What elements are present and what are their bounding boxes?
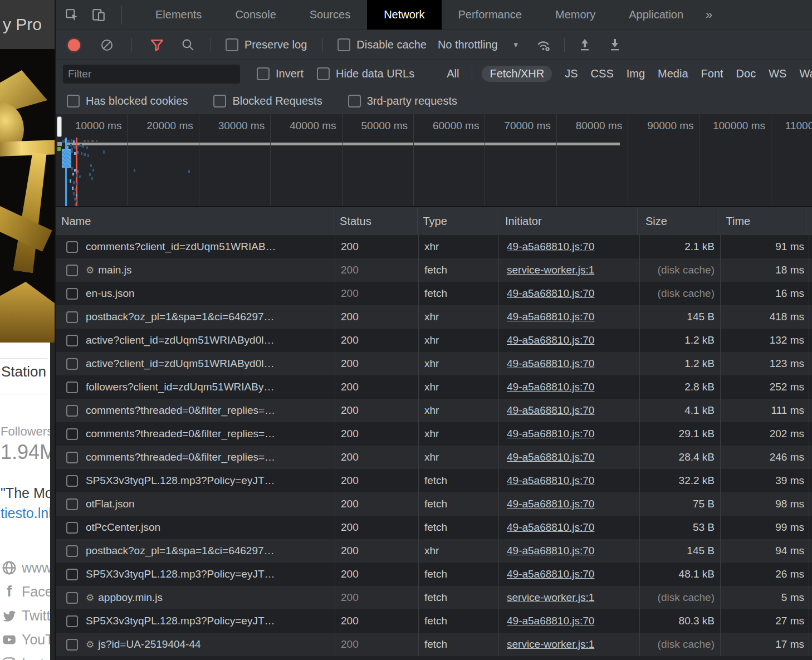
- request-initiator-link[interactable]: 49-a5a68810.js:70: [507, 404, 594, 417]
- table-row[interactable]: postback?oz_pl=1&spa=1&ci=646297…200xhr4…: [56, 305, 812, 329]
- row-checkbox[interactable]: [66, 382, 78, 393]
- column-header-name[interactable]: Name: [56, 207, 334, 235]
- request-initiator-link[interactable]: 49-a5a68810.js:70: [507, 521, 594, 534]
- type-filter-js[interactable]: JS: [565, 66, 578, 82]
- network-overview[interactable]: 10000 ms20000 ms30000 ms40000 ms50000 ms…: [56, 114, 812, 207]
- type-filter-font[interactable]: Font: [701, 66, 723, 82]
- has-blocked-cookies-checkbox[interactable]: Has blocked cookies: [67, 95, 188, 107]
- checkbox[interactable]: [257, 67, 270, 80]
- type-filter-all[interactable]: All: [447, 66, 459, 82]
- row-checkbox[interactable]: [66, 498, 78, 510]
- filter-input[interactable]: [63, 65, 240, 84]
- twitte-link[interactable]: Twitte: [0, 604, 58, 628]
- row-checkbox[interactable]: [66, 522, 78, 534]
- overview-window-bar[interactable]: [67, 143, 620, 145]
- tab-sources[interactable]: Sources: [293, 0, 367, 30]
- inspect-element-icon[interactable]: [65, 8, 79, 22]
- column-header-size[interactable]: Size: [637, 207, 718, 235]
- request-initiator-link[interactable]: 49-a5a68810.js:70: [507, 358, 594, 370]
- blocked-requests-checkbox[interactable]: Blocked Requests: [213, 95, 322, 107]
- row-checkbox[interactable]: [66, 545, 78, 557]
- row-checkbox[interactable]: [66, 288, 78, 300]
- tab-memory[interactable]: Memory: [539, 0, 612, 30]
- invert-checkbox[interactable]: Invert: [257, 67, 304, 80]
- request-initiator-link[interactable]: 49-a5a68810.js:70: [507, 241, 594, 253]
- request-initiator-link[interactable]: service-worker.js:1: [507, 591, 594, 604]
- column-header-type[interactable]: Type: [417, 207, 497, 235]
- tab-network[interactable]: Network: [367, 0, 441, 30]
- checkbox[interactable]: [317, 67, 330, 80]
- column-header-time[interactable]: Time: [718, 207, 806, 235]
- device-toolbar-icon[interactable]: [91, 8, 106, 22]
- table-row[interactable]: SP5X3v3tyqPL.128.mp3?Policy=eyJT…200fetc…: [56, 609, 812, 633]
- table-row[interactable]: comments?threaded=0&filter_replies=…200x…: [56, 399, 812, 422]
- request-initiator-link[interactable]: service-worker.js:1: [507, 638, 594, 651]
- clear-network-log-button[interactable]: [100, 38, 114, 52]
- table-row[interactable]: ⚙appboy.min.js200fetchservice-worker.js:…: [56, 586, 812, 609]
- request-initiator-link[interactable]: 49-a5a68810.js:70: [507, 381, 594, 393]
- request-initiator-link[interactable]: 49-a5a68810.js:70: [507, 545, 594, 557]
- checkbox[interactable]: [213, 95, 226, 107]
- disable-cache-checkbox[interactable]: Disable cache: [337, 38, 427, 51]
- table-row[interactable]: otPcCenter.json200fetch49-a5a68810.js:70…: [56, 516, 812, 539]
- table-row[interactable]: active?client_id=zdUqm51WRIAByd0l…200xhr…: [56, 329, 812, 352]
- type-filter-doc[interactable]: Doc: [736, 66, 756, 82]
- table-row[interactable]: followers?client_id=zdUqm51WRIABy…200xhr…: [56, 375, 812, 399]
- table-row[interactable]: otFlat.json200fetch49-a5a68810.js:7075 B…: [56, 492, 812, 516]
- row-checkbox[interactable]: [66, 241, 78, 253]
- tab-console[interactable]: Console: [218, 0, 292, 30]
- row-checkbox[interactable]: [66, 615, 78, 627]
- 3rd-party-requests-checkbox[interactable]: 3rd-party requests: [348, 95, 457, 107]
- row-checkbox[interactable]: [66, 569, 78, 580]
- table-row[interactable]: en-us.json200fetch49-a5a68810.js:70(disk…: [56, 282, 812, 305]
- table-row[interactable]: comments?client_id=zdUqm51WRIAB…200xhr49…: [56, 235, 812, 258]
- type-filter-ws[interactable]: WS: [769, 66, 786, 82]
- request-initiator-link[interactable]: 49-a5a68810.js:70: [507, 428, 594, 440]
- row-checkbox[interactable]: [66, 265, 78, 276]
- table-row[interactable]: active?client_id=zdUqm51WRIAByd0l…200xhr…: [56, 352, 812, 375]
- hide-data-urls-checkbox[interactable]: Hide data URLs: [317, 67, 414, 80]
- checkbox[interactable]: [67, 95, 80, 107]
- request-initiator-link[interactable]: 49-a5a68810.js:70: [507, 451, 594, 463]
- row-checkbox[interactable]: [66, 428, 78, 440]
- throttling-select[interactable]: No throttling ▼: [438, 38, 520, 51]
- column-header-initiator[interactable]: Initiator: [497, 207, 637, 235]
- row-checkbox[interactable]: [66, 358, 78, 370]
- table-row[interactable]: comments?threaded=0&filter_replies=…200x…: [56, 446, 812, 469]
- tab-application[interactable]: Application: [612, 0, 700, 30]
- request-initiator-link[interactable]: 49-a5a68810.js:70: [507, 615, 594, 627]
- row-checkbox[interactable]: [66, 405, 78, 417]
- request-initiator-link[interactable]: service-worker.js:1: [507, 264, 594, 276]
- preserve-log-checkbox[interactable]: Preserve log: [226, 38, 307, 51]
- promo-link[interactable]: tiesto.lnk: [1, 505, 56, 521]
- request-initiator-link[interactable]: 49-a5a68810.js:70: [507, 334, 594, 346]
- type-filter-img[interactable]: Img: [627, 66, 645, 82]
- request-initiator-link[interactable]: 49-a5a68810.js:70: [507, 498, 594, 510]
- row-checkbox[interactable]: [66, 475, 78, 487]
- checkbox[interactable]: [226, 38, 238, 51]
- table-row[interactable]: postback?oz_pl=1&spa=1&ci=646297…200xhr4…: [56, 539, 812, 563]
- column-header-status[interactable]: Status: [334, 207, 417, 235]
- table-row[interactable]: SP5X3v3tyqPL.128.mp3?Policy=eyJT…200fetc…: [56, 469, 812, 492]
- row-checkbox[interactable]: [66, 335, 78, 346]
- table-row[interactable]: ⚙js?id=UA-2519404-44200fetchservice-work…: [56, 633, 812, 656]
- request-initiator-link[interactable]: 49-a5a68810.js:70: [507, 568, 594, 580]
- row-checkbox[interactable]: [66, 592, 78, 604]
- network-conditions-icon[interactable]: [535, 38, 552, 52]
- type-filter-fetch-xhr[interactable]: Fetch/XHR: [482, 66, 552, 82]
- checkbox[interactable]: [348, 95, 361, 107]
- tab-more-tabs[interactable]: »: [700, 0, 718, 30]
- try-pro-link[interactable]: y Pro: [3, 15, 42, 34]
- type-filter-css[interactable]: CSS: [591, 66, 614, 82]
- type-filter-media[interactable]: Media: [658, 66, 688, 82]
- search-icon[interactable]: [181, 38, 195, 52]
- table-row[interactable]: ⚙main.js200fetchservice-worker.js:1(disk…: [56, 258, 812, 282]
- record-network-log-button[interactable]: [68, 39, 80, 51]
- request-initiator-link[interactable]: 49-a5a68810.js:70: [507, 311, 594, 323]
- row-checkbox[interactable]: [66, 311, 78, 323]
- table-row[interactable]: comments?threaded=0&filter_replies=…200x…: [56, 422, 812, 446]
- row-checkbox[interactable]: [66, 452, 78, 463]
- checkbox[interactable]: [337, 38, 350, 51]
- request-initiator-link[interactable]: 49-a5a68810.js:70: [507, 287, 594, 300]
- tab-performance[interactable]: Performance: [442, 0, 539, 30]
